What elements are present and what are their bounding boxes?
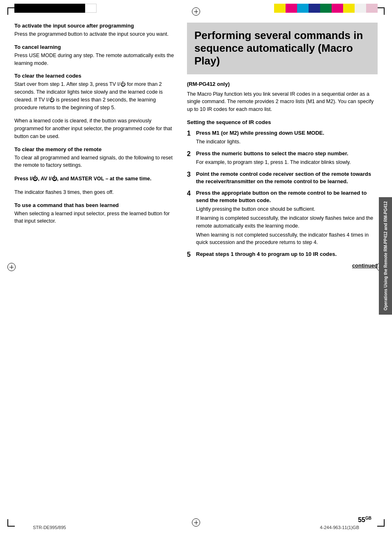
subtitle-label: (RM-PG412 only) [187,81,378,87]
section-clear-memory-body2: The indicator flashes 3 times, then goes… [14,189,175,196]
step-body-4-body1: Lightly pressing the button once should … [196,205,378,213]
step-title-1: Press M1 (or M2) while pressing down USE… [196,129,378,137]
step-content-3: Point the remote control code receiver s… [196,170,378,185]
section-cancel-learning: To cancel learning Press USE MODE during… [14,44,175,67]
section-clear-memory-instruction: Press I/⏻, AV I/⏻, and MASTER VOL – at t… [14,175,175,183]
section-clear-memory-heading: To clear the memory of the remote [14,146,175,152]
step-1: 1Press M1 (or M2) while pressing down US… [187,129,378,146]
section-activate-heading: To activate the input source after progr… [14,23,175,29]
step-title-4: Press the appropriate button on the remo… [196,189,378,204]
color-block [355,4,366,13]
bottom-footer: STR-DE995/895 4-244-963-11(1)GB [0,525,392,530]
section-clear-memory: To clear the memory of the remote To cle… [14,146,175,196]
step-content-2: Press the numeric buttons to select the … [196,150,378,166]
section-use-learned-body: When selecting a learned input selector,… [14,210,175,226]
title-box: Performing several commands in sequence … [187,23,378,74]
left-column: To activate the input source after progr… [14,23,175,269]
black-block-3 [62,4,74,13]
black-block-2 [51,4,62,13]
continued-label: continued [187,262,378,269]
step-number-1: 1 [187,129,194,146]
color-block [286,4,297,13]
setting-heading: Setting the sequence of IR codes [187,119,378,125]
step-number-4: 4 [187,189,194,246]
step-5: 5Repeat steps 1 through 4 to program up … [187,251,378,258]
step-number-2: 2 [187,150,194,166]
step-number-5: 5 [187,251,194,258]
side-tab-text: Operations Using the Remote RM-PP412 and… [383,201,388,311]
step-title-2: Press the numeric buttons to select the … [196,150,378,157]
section-clear-learned-body2: When a learned code is cleared, if the b… [14,117,175,140]
color-block [343,4,355,13]
white-block [85,4,97,13]
step-body-1-body: The indicator lights. [196,138,378,146]
main-content: To activate the input source after progr… [0,23,392,269]
section-cancel-body: Press USE MODE during any step. The remo… [14,52,175,67]
section-clear-learned-heading: To clear the learned codes [14,73,175,79]
step-content-4: Press the appropriate button on the remo… [196,189,378,246]
step-body-4-body3: When learning is not completed successfu… [196,231,378,247]
intro-text: The Macro Play function lets you link se… [187,90,378,113]
color-block [297,4,309,13]
step-number-3: 3 [187,170,194,185]
section-cancel-heading: To cancel learning [14,44,175,50]
color-block [309,4,320,13]
step-title-3: Point the remote control code receiver s… [196,170,378,185]
black-block-wide [26,4,51,13]
section-clear-learned-body1: Start over from step 1. After step 3, pr… [14,81,175,111]
section-activate-body: Press the programmed button to activate … [14,30,175,38]
step-body-4-body2: If learning is completed successfully, t… [196,214,378,230]
step-title-5: Repeat steps 1 through 4 to program up t… [196,251,378,258]
color-block [366,4,378,13]
top-left-blocks [14,4,97,13]
footer-left-text: STR-DE995/895 [33,525,66,530]
step-body-2-body: For example, to program step 1, press 1.… [196,159,378,166]
step-content-1: Press M1 (or M2) while pressing down USE… [196,129,378,146]
top-right-color-blocks [274,4,378,13]
black-block-1 [14,4,26,13]
black-block-4 [74,4,85,13]
color-block [320,4,332,13]
top-decorative-bar [0,0,392,16]
steps-container: 1Press M1 (or M2) while pressing down US… [187,129,378,259]
left-mid-mark [7,263,16,271]
right-column: Performing several commands in sequence … [187,23,378,269]
color-block [332,4,343,13]
step-2: 2Press the numeric buttons to select the… [187,150,378,166]
step-3: 3Point the remote control code receiver … [187,170,378,185]
section-use-learned-heading: To use a command that has been learned [14,202,175,208]
section-use-learned: To use a command that has been learned W… [14,202,175,226]
section-clear-learned: To clear the learned codes Start over fr… [14,73,175,140]
section-activate-input: To activate the input source after progr… [14,23,175,38]
section-clear-memory-body1: To clear all programmed and learned sign… [14,154,175,170]
footer-right-text: 4-244-963-11(1)GB [320,525,359,530]
side-tab: Operations Using the Remote RM-PP412 and… [379,197,392,315]
color-block [274,4,286,13]
page-title: Performing several commands in sequence … [194,29,370,68]
step-4: 4Press the appropriate button on the rem… [187,189,378,246]
step-content-5: Repeat steps 1 through 4 to program up t… [196,251,378,258]
page-number: 55GB [358,516,371,524]
